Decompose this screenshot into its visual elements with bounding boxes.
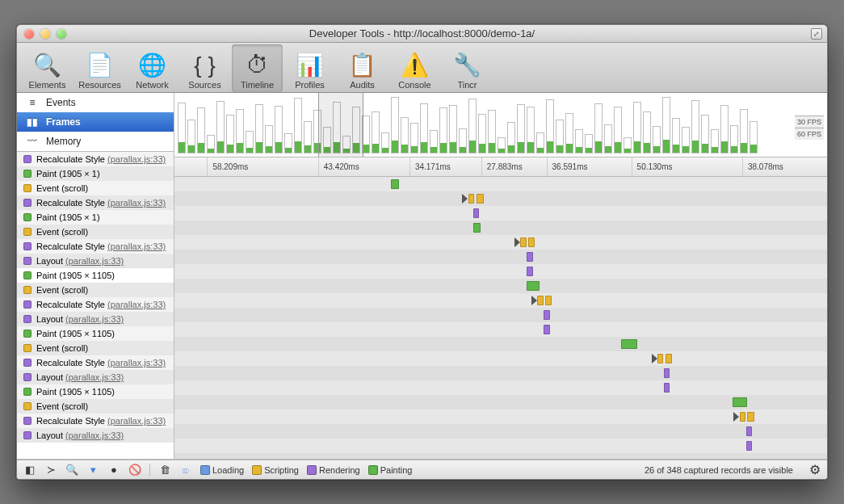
- zoom-button[interactable]: [57, 29, 66, 39]
- gear-icon[interactable]: ⚙: [809, 462, 821, 477]
- overview-bar[interactable]: [682, 127, 690, 153]
- overview-bar[interactable]: [391, 97, 399, 153]
- track-row[interactable]: [174, 424, 827, 439]
- overview-bar[interactable]: [226, 115, 234, 153]
- record-row[interactable]: Recalculate Style (parallax.js:33): [17, 355, 174, 370]
- expand-triangle-icon[interactable]: [733, 412, 739, 422]
- overview-bar[interactable]: [575, 129, 583, 153]
- overview-bar[interactable]: [614, 107, 622, 153]
- track-row[interactable]: [174, 220, 827, 235]
- record-row[interactable]: Layout (parallax.js:33): [17, 370, 174, 384]
- console-toggle-icon[interactable]: ≻: [44, 464, 57, 477]
- overview-bar[interactable]: [517, 104, 525, 153]
- track-row[interactable]: [174, 264, 827, 279]
- overview-bar[interactable]: [711, 129, 719, 153]
- overview-bar[interactable]: [653, 126, 661, 153]
- source-link[interactable]: (parallax.js:33): [107, 358, 166, 368]
- tab-network[interactable]: 🌐Network: [127, 44, 178, 92]
- source-link[interactable]: (parallax.js:33): [107, 300, 166, 309]
- record-icon[interactable]: ●: [107, 464, 120, 477]
- time-ruler[interactable]: 58.209ms43.420ms34.171ms27.883ms36.591ms…: [174, 158, 827, 177]
- overview-bar[interactable]: [294, 98, 302, 153]
- filter-scripting[interactable]: Scripting: [252, 465, 299, 475]
- titlebar[interactable]: Developer Tools - http://localhost:8000/…: [17, 25, 827, 43]
- clear-icon[interactable]: 🚫: [128, 464, 141, 477]
- glue-icon[interactable]: ⎄: [179, 464, 192, 477]
- overview-bar[interactable]: [410, 123, 418, 153]
- frames-overview[interactable]: 30 FPS 60 FPS: [174, 93, 827, 158]
- track-row[interactable]: [174, 235, 827, 250]
- dock-icon[interactable]: ◧: [23, 464, 36, 477]
- maximize-icon[interactable]: ⤢: [811, 28, 822, 40]
- overview-bar[interactable]: [527, 107, 535, 153]
- track-row[interactable]: [174, 191, 827, 206]
- expand-triangle-icon[interactable]: [652, 354, 657, 363]
- timeline-bar[interactable]: [545, 296, 552, 305]
- track-row[interactable]: [174, 177, 827, 191]
- track-row[interactable]: [174, 308, 827, 322]
- overview-selection[interactable]: [318, 93, 364, 157]
- overview-bar[interactable]: [565, 113, 573, 153]
- overview-bar[interactable]: [449, 105, 457, 153]
- tab-console[interactable]: ⚠️Console: [389, 44, 440, 92]
- timeline-bar[interactable]: [537, 296, 543, 305]
- source-link[interactable]: (parallax.js:33): [107, 242, 166, 251]
- track-row[interactable]: [174, 293, 827, 308]
- search-icon[interactable]: 🔍: [65, 464, 78, 477]
- close-button[interactable]: [24, 29, 34, 39]
- expand-triangle-icon[interactable]: [531, 296, 537, 305]
- track-row[interactable]: [174, 410, 827, 424]
- overview-bar[interactable]: [740, 109, 748, 153]
- timeline-bar[interactable]: [664, 383, 670, 393]
- sidebar-item-frames[interactable]: ▮▮Frames: [17, 112, 174, 132]
- track-row[interactable]: [174, 439, 827, 453]
- record-row[interactable]: Event (scroll): [17, 283, 174, 297]
- filter-icon[interactable]: ▾: [86, 464, 99, 477]
- overview-bar[interactable]: [556, 120, 564, 153]
- overview-bar[interactable]: [594, 103, 603, 153]
- timeline-bar[interactable]: [528, 237, 535, 247]
- overview-bar[interactable]: [236, 109, 244, 153]
- tab-audits[interactable]: 📋Audits: [337, 44, 388, 92]
- overview-bar[interactable]: [662, 97, 670, 153]
- source-link[interactable]: (parallax.js:33): [107, 154, 166, 164]
- overview-bar[interactable]: [430, 130, 438, 153]
- source-link[interactable]: (parallax.js:33): [107, 198, 166, 208]
- overview-bar[interactable]: [381, 132, 389, 153]
- timeline-bar[interactable]: [740, 412, 745, 422]
- sidebar-item-events[interactable]: ≡Events: [17, 93, 174, 112]
- track-row[interactable]: [174, 351, 827, 366]
- timeline-bar[interactable]: [544, 325, 549, 334]
- overview-bar[interactable]: [643, 111, 651, 153]
- record-row[interactable]: Paint (1905 × 1): [17, 210, 174, 225]
- track-row[interactable]: [174, 322, 827, 337]
- overview-bar[interactable]: [372, 111, 380, 153]
- track-row[interactable]: [174, 395, 827, 410]
- overview-bar[interactable]: [439, 107, 447, 153]
- overview-bar[interactable]: [197, 107, 205, 153]
- timeline-bar[interactable]: [391, 179, 399, 189]
- overview-bar[interactable]: [246, 131, 254, 153]
- record-row[interactable]: Recalculate Style (parallax.js:33): [17, 195, 174, 210]
- records-list[interactable]: Recalculate Style (parallax.js:33)Paint …: [17, 152, 174, 459]
- source-link[interactable]: (parallax.js:33): [65, 314, 124, 324]
- timeline-bar[interactable]: [664, 368, 670, 378]
- track-row[interactable]: [174, 206, 827, 220]
- expand-triangle-icon[interactable]: [462, 194, 468, 204]
- overview-bar[interactable]: [701, 115, 709, 153]
- overview-bar[interactable]: [304, 121, 312, 153]
- record-row[interactable]: Event (scroll): [17, 181, 174, 195]
- overview-bar[interactable]: [187, 120, 195, 153]
- expand-triangle-icon[interactable]: [514, 237, 520, 247]
- timeline-bar[interactable]: [733, 397, 747, 407]
- track-row[interactable]: [174, 366, 827, 380]
- overview-bar[interactable]: [459, 128, 467, 153]
- source-link[interactable]: (parallax.js:33): [65, 372, 124, 382]
- timeline-bar[interactable]: [666, 354, 672, 363]
- timeline-bar[interactable]: [544, 310, 549, 320]
- timeline-bar[interactable]: [473, 208, 479, 218]
- overview-bar[interactable]: [691, 100, 699, 153]
- overview-bar[interactable]: [478, 114, 486, 153]
- record-row[interactable]: Recalculate Style (parallax.js:33): [17, 239, 174, 254]
- tab-elements[interactable]: 🔍Elements: [22, 44, 73, 92]
